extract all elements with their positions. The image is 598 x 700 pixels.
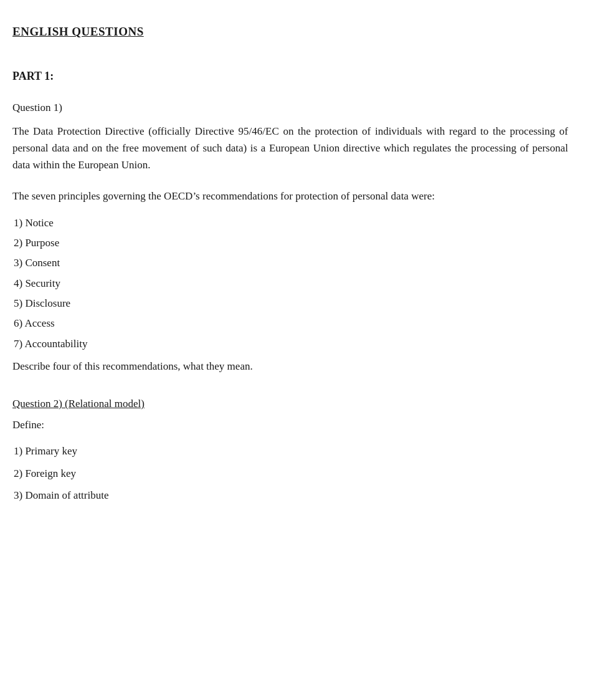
list-item: 6) Access xyxy=(14,314,568,333)
define-label: Define: xyxy=(12,419,568,431)
question2-label: Question 2) (Relational model) xyxy=(12,398,568,410)
list-item: 1) Notice xyxy=(14,213,568,233)
page-title: ENGLISH QUESTIONS xyxy=(12,25,568,39)
define-list: 1) Primary key 2) Foreign key 3) Domain … xyxy=(12,440,568,507)
list-item: 5) Disclosure xyxy=(14,294,568,314)
list-item: 2) Purpose xyxy=(14,233,568,253)
question1-label: Question 1) xyxy=(12,102,568,114)
define-item: 1) Primary key xyxy=(14,440,568,463)
define-item: 2) Foreign key xyxy=(14,463,568,485)
describe-text: Describe four of this recommendations, w… xyxy=(12,360,568,373)
define-item: 3) Domain of attribute xyxy=(14,484,568,507)
part1-heading: PART 1: xyxy=(12,70,568,83)
paragraph1: The Data Protection Directive (officiall… xyxy=(12,123,568,174)
list-item: 4) Security xyxy=(14,274,568,294)
list-item: 3) Consent xyxy=(14,253,568,273)
principles-list: 1) Notice 2) Purpose 3) Consent 4) Secur… xyxy=(12,213,568,354)
list-item: 7) Accountability xyxy=(14,334,568,354)
paragraph2: The seven principles governing the OECD’… xyxy=(12,188,568,204)
